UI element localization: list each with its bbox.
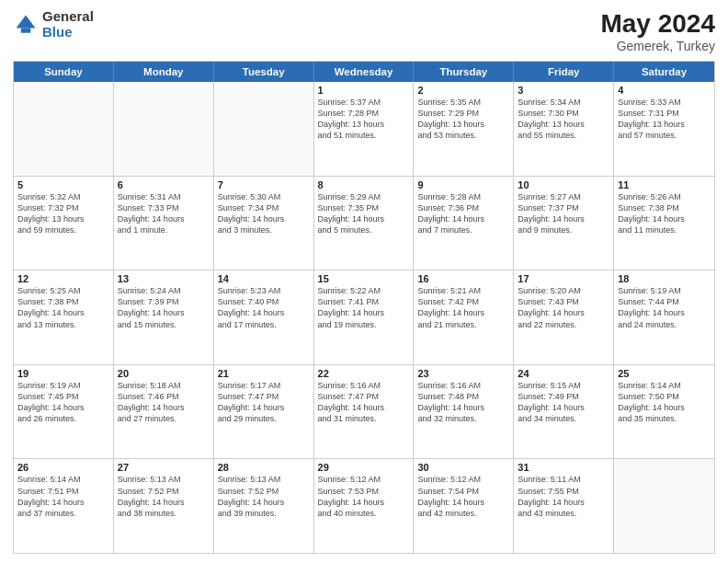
cell-info: Sunrise: 5:12 AMSunset: 7:53 PMDaylight:… <box>318 474 410 519</box>
header: General Blue May 2024 Gemerek, Turkey <box>13 9 715 53</box>
calendar: SundayMondayTuesdayWednesdayThursdayFrid… <box>13 61 715 554</box>
calendar-cell: 31Sunrise: 5:11 AMSunset: 7:55 PMDayligh… <box>514 459 614 553</box>
cell-date: 18 <box>618 273 711 284</box>
day-header-thursday: Thursday <box>414 62 514 82</box>
calendar-cell: 3Sunrise: 5:34 AMSunset: 7:30 PMDaylight… <box>514 82 614 176</box>
cell-date: 13 <box>118 273 210 284</box>
calendar-cell: 17Sunrise: 5:20 AMSunset: 7:43 PMDayligh… <box>514 270 614 364</box>
calendar-cell: 10Sunrise: 5:27 AMSunset: 7:37 PMDayligh… <box>514 177 614 270</box>
calendar-cell: 5Sunrise: 5:32 AMSunset: 7:32 PMDaylight… <box>14 177 114 270</box>
calendar-cell: 19Sunrise: 5:19 AMSunset: 7:45 PMDayligh… <box>14 365 114 459</box>
cell-info: Sunrise: 5:30 AMSunset: 7:34 PMDaylight:… <box>218 191 310 236</box>
calendar-cell: 24Sunrise: 5:15 AMSunset: 7:49 PMDayligh… <box>514 365 614 459</box>
cell-date: 25 <box>618 368 711 379</box>
calendar-cell: 15Sunrise: 5:22 AMSunset: 7:41 PMDayligh… <box>314 270 415 364</box>
cell-info: Sunrise: 5:37 AMSunset: 7:28 PMDaylight:… <box>318 97 410 142</box>
cell-info: Sunrise: 5:13 AMSunset: 7:52 PMDaylight:… <box>218 474 310 519</box>
day-header-wednesday: Wednesday <box>314 62 415 82</box>
cell-info: Sunrise: 5:29 AMSunset: 7:35 PMDaylight:… <box>318 191 410 236</box>
logo: General Blue <box>13 9 94 40</box>
calendar-cell: 20Sunrise: 5:18 AMSunset: 7:46 PMDayligh… <box>114 365 214 459</box>
calendar-cell: 26Sunrise: 5:14 AMSunset: 7:51 PMDayligh… <box>14 459 114 553</box>
cell-date: 14 <box>218 273 310 284</box>
calendar-cell: 22Sunrise: 5:16 AMSunset: 7:47 PMDayligh… <box>314 365 415 459</box>
cell-date: 10 <box>518 179 609 190</box>
cell-date: 20 <box>118 368 210 379</box>
calendar-cell: 16Sunrise: 5:21 AMSunset: 7:42 PMDayligh… <box>414 270 514 364</box>
calendar-page: General Blue May 2024 Gemerek, Turkey Su… <box>0 0 728 563</box>
svg-rect-1 <box>21 28 31 32</box>
weeks: 1Sunrise: 5:37 AMSunset: 7:28 PMDaylight… <box>14 82 714 553</box>
calendar-cell: 18Sunrise: 5:19 AMSunset: 7:44 PMDayligh… <box>614 270 714 364</box>
day-header-friday: Friday <box>514 62 614 82</box>
day-header-tuesday: Tuesday <box>214 62 314 82</box>
day-header-monday: Monday <box>114 62 214 82</box>
calendar-cell: 27Sunrise: 5:13 AMSunset: 7:52 PMDayligh… <box>114 459 214 553</box>
week-row-1: 1Sunrise: 5:37 AMSunset: 7:28 PMDaylight… <box>14 82 714 177</box>
calendar-cell: 23Sunrise: 5:16 AMSunset: 7:48 PMDayligh… <box>414 365 514 459</box>
cell-date: 2 <box>417 85 509 96</box>
cell-info: Sunrise: 5:11 AMSunset: 7:55 PMDaylight:… <box>518 474 609 519</box>
calendar-cell: 13Sunrise: 5:24 AMSunset: 7:39 PMDayligh… <box>114 270 214 364</box>
cell-info: Sunrise: 5:27 AMSunset: 7:37 PMDaylight:… <box>518 191 609 236</box>
cell-date: 7 <box>218 179 310 190</box>
week-row-2: 5Sunrise: 5:32 AMSunset: 7:32 PMDaylight… <box>14 177 714 271</box>
cell-info: Sunrise: 5:19 AMSunset: 7:45 PMDaylight:… <box>17 380 109 425</box>
cell-date: 1 <box>318 85 410 96</box>
calendar-cell: 25Sunrise: 5:14 AMSunset: 7:50 PMDayligh… <box>614 365 714 459</box>
cell-info: Sunrise: 5:13 AMSunset: 7:52 PMDaylight:… <box>118 474 210 519</box>
cell-info: Sunrise: 5:21 AMSunset: 7:42 PMDaylight:… <box>417 285 509 330</box>
cell-date: 30 <box>417 462 509 473</box>
calendar-cell: 9Sunrise: 5:28 AMSunset: 7:36 PMDaylight… <box>414 177 514 270</box>
cell-date: 27 <box>118 462 210 473</box>
title-block: May 2024 Gemerek, Turkey <box>600 9 715 53</box>
svg-marker-0 <box>17 15 36 28</box>
cell-date: 31 <box>518 462 609 473</box>
cell-info: Sunrise: 5:23 AMSunset: 7:40 PMDaylight:… <box>218 285 310 330</box>
logo-text: General Blue <box>42 9 94 40</box>
cell-date: 11 <box>618 179 711 190</box>
calendar-cell <box>614 459 714 553</box>
logo-icon <box>13 12 39 38</box>
cell-date: 17 <box>518 273 609 284</box>
calendar-cell: 6Sunrise: 5:31 AMSunset: 7:33 PMDaylight… <box>114 177 214 270</box>
cell-info: Sunrise: 5:17 AMSunset: 7:47 PMDaylight:… <box>218 380 310 425</box>
calendar-cell: 28Sunrise: 5:13 AMSunset: 7:52 PMDayligh… <box>214 459 314 553</box>
cell-date: 5 <box>17 179 109 190</box>
calendar-cell: 2Sunrise: 5:35 AMSunset: 7:29 PMDaylight… <box>414 82 514 176</box>
day-headers: SundayMondayTuesdayWednesdayThursdayFrid… <box>14 62 714 82</box>
cell-date: 29 <box>318 462 410 473</box>
location: Gemerek, Turkey <box>600 39 715 53</box>
calendar-cell <box>214 82 314 176</box>
cell-date: 6 <box>118 179 210 190</box>
cell-info: Sunrise: 5:25 AMSunset: 7:38 PMDaylight:… <box>17 285 109 330</box>
logo-general-text: General <box>42 9 94 25</box>
cell-info: Sunrise: 5:32 AMSunset: 7:32 PMDaylight:… <box>17 191 109 236</box>
calendar-cell: 29Sunrise: 5:12 AMSunset: 7:53 PMDayligh… <box>314 459 415 553</box>
cell-info: Sunrise: 5:33 AMSunset: 7:31 PMDaylight:… <box>618 97 711 142</box>
cell-date: 26 <box>17 462 109 473</box>
cell-info: Sunrise: 5:24 AMSunset: 7:39 PMDaylight:… <box>118 285 210 330</box>
calendar-cell: 7Sunrise: 5:30 AMSunset: 7:34 PMDaylight… <box>214 177 314 270</box>
cell-info: Sunrise: 5:34 AMSunset: 7:30 PMDaylight:… <box>518 97 609 142</box>
calendar-cell: 12Sunrise: 5:25 AMSunset: 7:38 PMDayligh… <box>14 270 114 364</box>
cell-info: Sunrise: 5:18 AMSunset: 7:46 PMDaylight:… <box>118 380 210 425</box>
cell-date: 19 <box>17 368 109 379</box>
calendar-cell: 30Sunrise: 5:12 AMSunset: 7:54 PMDayligh… <box>414 459 514 553</box>
calendar-cell: 4Sunrise: 5:33 AMSunset: 7:31 PMDaylight… <box>614 82 714 176</box>
cell-date: 8 <box>318 179 410 190</box>
cell-date: 3 <box>518 85 609 96</box>
month-title: May 2024 <box>600 9 715 39</box>
cell-date: 28 <box>218 462 310 473</box>
cell-date: 9 <box>417 179 509 190</box>
cell-info: Sunrise: 5:15 AMSunset: 7:49 PMDaylight:… <box>518 380 609 425</box>
cell-info: Sunrise: 5:16 AMSunset: 7:48 PMDaylight:… <box>417 380 509 425</box>
logo-blue-text: Blue <box>42 25 94 40</box>
cell-info: Sunrise: 5:20 AMSunset: 7:43 PMDaylight:… <box>518 285 609 330</box>
cell-date: 4 <box>618 85 711 96</box>
cell-info: Sunrise: 5:19 AMSunset: 7:44 PMDaylight:… <box>618 285 711 330</box>
cell-date: 15 <box>318 273 410 284</box>
day-header-saturday: Saturday <box>614 62 714 82</box>
cell-info: Sunrise: 5:35 AMSunset: 7:29 PMDaylight:… <box>417 97 509 142</box>
cell-date: 23 <box>417 368 509 379</box>
